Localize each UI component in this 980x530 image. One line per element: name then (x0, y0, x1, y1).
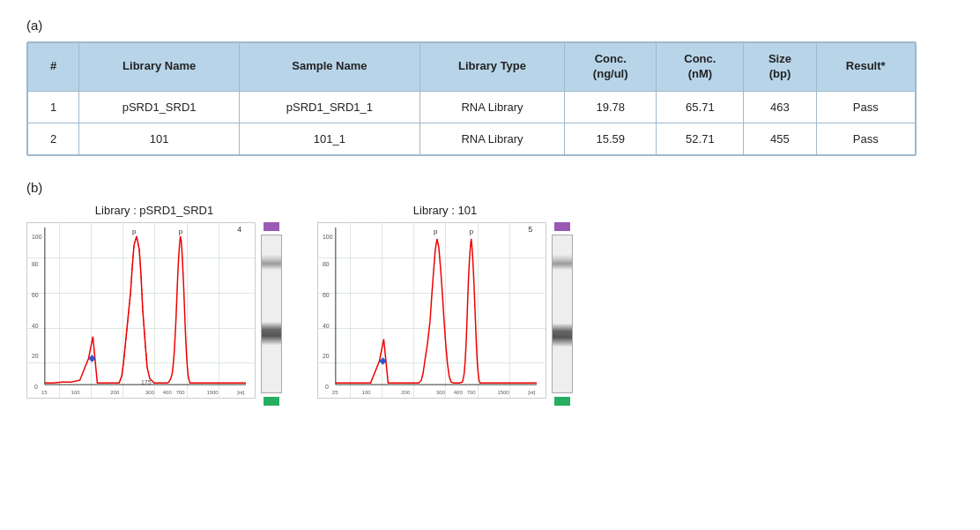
svg-text:20: 20 (32, 353, 39, 359)
svg-text:80: 80 (323, 261, 330, 267)
svg-text:0: 0 (325, 384, 329, 390)
svg-text:700: 700 (176, 390, 186, 395)
svg-text:100: 100 (323, 234, 333, 240)
col-header-library-type: Library Type (419, 43, 564, 92)
table-row-2-cell-6: 52.71 (657, 123, 744, 154)
svg-text:60: 60 (323, 292, 330, 298)
table-row-2-cell-4: RNA Library (419, 123, 564, 154)
chart-2-svg: p p 0 20 40 60 80 100 25 100 200 300 400… (318, 223, 546, 398)
chart-2-legend-purple (554, 222, 570, 231)
svg-text:60: 60 (32, 292, 39, 298)
svg-text:175: 175 (141, 379, 152, 385)
table-row-1-cell-2: pSRD1_SRD1 (79, 91, 240, 123)
svg-text:[nt]: [nt] (237, 390, 245, 395)
svg-text:1500: 1500 (206, 390, 219, 395)
section-b-label: (b) (26, 180, 954, 195)
svg-text:15: 15 (41, 390, 48, 395)
chart-1-title: Library : pSRD1_SRD1 (95, 204, 213, 217)
svg-text:p: p (179, 228, 183, 235)
section-a-label: (a) (26, 18, 954, 33)
table-row-1-cell-1: 1 (28, 91, 79, 123)
svg-text:p: p (132, 228, 137, 235)
table-row-1-cell-8: Pass (816, 91, 915, 123)
svg-text:80: 80 (32, 261, 39, 267)
table-row-1-cell-7: 463 (744, 91, 816, 123)
svg-text:p: p (470, 228, 474, 235)
table-row: 2101101_1RNA Library15.5952.71455Pass (28, 123, 916, 154)
svg-text:p: p (434, 228, 438, 235)
col-header-conc-ng: Conc.(ng/ul) (565, 43, 657, 92)
charts-row: Library : pSRD1_SRD1 (26, 204, 954, 406)
svg-text:400: 400 (454, 390, 464, 395)
chart-2-graph: p p 0 20 40 60 80 100 25 100 200 300 400… (317, 222, 546, 399)
svg-text:300: 300 (436, 390, 446, 395)
svg-text:200: 200 (401, 390, 411, 395)
table-row-2-cell-2: 101 (79, 123, 240, 154)
chart-1-graph: p p 175 0 20 40 60 80 100 15 100 200 300… (26, 222, 256, 399)
col-header-result: Result* (816, 43, 915, 92)
svg-text:300: 300 (145, 390, 155, 395)
library-table-container: # Library Name Sample Name Library Type … (26, 41, 917, 156)
svg-text:40: 40 (323, 323, 330, 329)
table-row-1-cell-5: 19.78 (565, 91, 657, 123)
svg-text:25: 25 (332, 390, 338, 395)
svg-text:100: 100 (71, 390, 81, 395)
svg-text:100: 100 (32, 234, 42, 240)
chart-1: Library : pSRD1_SRD1 (26, 204, 282, 406)
svg-text:700: 700 (467, 390, 477, 395)
chart-1-svg: p p 175 0 20 40 60 80 100 15 100 200 300… (27, 223, 255, 398)
table-row: 1pSRD1_SRD1pSRD1_SRD1_1RNA Library19.786… (28, 91, 916, 123)
svg-text:[nt]: [nt] (528, 390, 536, 395)
col-header-num: # (28, 43, 79, 92)
svg-text:400: 400 (163, 390, 173, 395)
table-row-2-cell-3: 101_1 (239, 123, 419, 154)
chart-2-title: Library : 101 (413, 204, 477, 217)
table-row-1-cell-4: RNA Library (419, 91, 564, 123)
col-header-library-name: Library Name (79, 43, 240, 92)
col-header-conc-nm: Conc.(nM) (657, 43, 744, 92)
table-row-1-cell-3: pSRD1_SRD1_1 (239, 91, 419, 123)
chart-2-gel (552, 235, 573, 393)
table-row-2-cell-5: 15.59 (565, 123, 657, 154)
svg-text:100: 100 (362, 390, 372, 395)
table-row-2-cell-8: Pass (816, 123, 915, 154)
chart-1-legend-purple (264, 222, 279, 231)
table-row-2-cell-7: 455 (744, 123, 816, 154)
svg-text:1500: 1500 (497, 390, 509, 395)
svg-text:5: 5 (528, 225, 532, 234)
chart-1-right (261, 222, 282, 406)
svg-text:4: 4 (237, 225, 241, 234)
table-row-1-cell-6: 65.71 (657, 91, 744, 123)
chart-2: Library : 101 (317, 204, 573, 406)
chart-1-legend-green (264, 397, 279, 406)
chart-2-right (552, 222, 573, 406)
chart-1-gel (261, 235, 282, 393)
chart-2-legend-green (554, 397, 570, 406)
svg-text:200: 200 (110, 390, 120, 395)
library-table: # Library Name Sample Name Library Type … (27, 42, 916, 155)
col-header-size: Size(bp) (744, 43, 816, 92)
svg-text:20: 20 (323, 353, 330, 359)
table-row-2-cell-1: 2 (28, 123, 79, 154)
svg-text:40: 40 (32, 323, 39, 329)
svg-text:0: 0 (34, 384, 38, 390)
col-header-sample-name: Sample Name (239, 43, 419, 92)
